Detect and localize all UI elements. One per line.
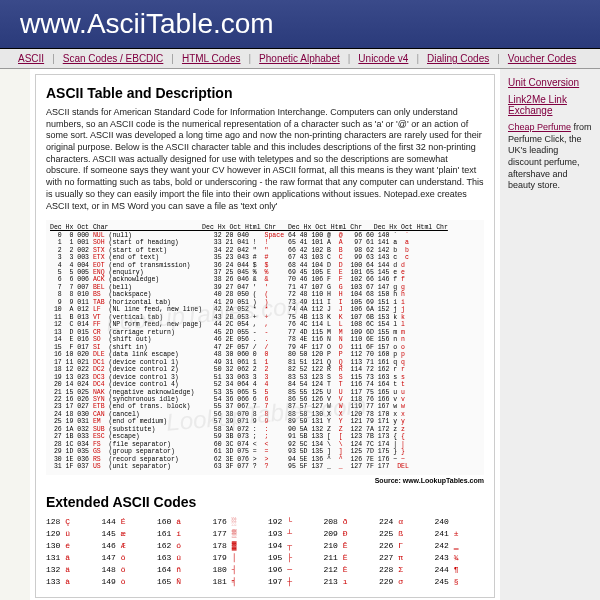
ext-cell: 165 Ñ bbox=[157, 576, 207, 587]
ad-link[interactable]: Cheap Perfume bbox=[508, 122, 571, 132]
ext-cell: 243 ¾ bbox=[435, 552, 485, 563]
ext-cell: 178 ▓ bbox=[213, 540, 263, 551]
ext-cell: 225 ß bbox=[379, 528, 429, 539]
extended-heading: Extended ASCII Codes bbox=[46, 494, 484, 510]
ext-cell: 128 Ç bbox=[46, 516, 96, 527]
ext-cell: 161 í bbox=[157, 528, 207, 539]
main-nav: ASCII|Scan Codes / EBCDIC|HTML Codes|Pho… bbox=[0, 49, 600, 69]
ext-cell: 145 æ bbox=[102, 528, 152, 539]
ext-cell: 197 ┼ bbox=[268, 576, 318, 587]
nav-link-phonetic-alphabet[interactable]: Phonetic Alphabet bbox=[259, 53, 340, 64]
nav-link-dialing-codes[interactable]: Dialing Codes bbox=[427, 53, 489, 64]
nav-link-scan-codes-ebcdic[interactable]: Scan Codes / EBCDIC bbox=[63, 53, 164, 64]
ext-cell: 195 ├ bbox=[268, 552, 318, 563]
ext-cell: 132 ä bbox=[46, 564, 96, 575]
main-content: ASCII Table and Description ASCII stands… bbox=[35, 74, 495, 598]
ext-cell: 229 σ bbox=[379, 576, 429, 587]
ext-cell: 179 │ bbox=[213, 552, 263, 563]
page-heading: ASCII Table and Description bbox=[46, 85, 484, 101]
left-gutter bbox=[0, 69, 30, 600]
ext-cell: 194 ┬ bbox=[268, 540, 318, 551]
ext-cell: 130 é bbox=[46, 540, 96, 551]
ext-cell: 244 ¶ bbox=[435, 564, 485, 575]
table-source: Source: www.LookupTables.com bbox=[46, 477, 484, 484]
ad-text: from Perfume Click, the UK's leading dis… bbox=[508, 122, 592, 190]
nav-link-ascii[interactable]: ASCII bbox=[18, 53, 44, 64]
ext-cell: 180 ┤ bbox=[213, 564, 263, 575]
ext-cell: 208 ð bbox=[324, 516, 374, 527]
nav-link-unicode-v-[interactable]: Unicode v4 bbox=[358, 53, 408, 64]
ext-cell: 196 ─ bbox=[268, 564, 318, 575]
ext-cell: 226 Γ bbox=[379, 540, 429, 551]
nav-link-voucher-codes[interactable]: Voucher Codes bbox=[508, 53, 576, 64]
ext-cell: 211 Ë bbox=[324, 552, 374, 563]
ext-cell: 144 É bbox=[102, 516, 152, 527]
ext-cell: 241 ± bbox=[435, 528, 485, 539]
intro-paragraph: ASCII stands for American Standard Code … bbox=[46, 107, 484, 212]
ext-cell: 193 ┴ bbox=[268, 528, 318, 539]
site-header: www.AsciiTable.com bbox=[0, 0, 600, 49]
sidebar: Unit Conversion Link2Me Link Exchange Ch… bbox=[500, 69, 600, 600]
ext-cell: 133 à bbox=[46, 576, 96, 587]
sidebar-ad: Cheap Perfume from Perfume Click, the UK… bbox=[508, 122, 592, 192]
ext-cell: 227 π bbox=[379, 552, 429, 563]
ext-cell: 146 Æ bbox=[102, 540, 152, 551]
ext-cell: 240 ­ bbox=[435, 516, 485, 527]
ext-cell: 212 È bbox=[324, 564, 374, 575]
ext-cell: 176 ░ bbox=[213, 516, 263, 527]
ext-cell: 245 § bbox=[435, 576, 485, 587]
ext-cell: 213 ı bbox=[324, 576, 374, 587]
ext-cell: 164 ñ bbox=[157, 564, 207, 575]
ext-cell: 129 ü bbox=[46, 528, 96, 539]
sidebar-link-link2me[interactable]: Link2Me Link Exchange bbox=[508, 94, 592, 116]
ascii-table-image: Dec Hx Oct Char Dec Hx Oct Html Chr Dec … bbox=[46, 220, 484, 474]
ext-cell: 210 Ê bbox=[324, 540, 374, 551]
ext-cell: 149 ò bbox=[102, 576, 152, 587]
extended-ascii-grid: 128 Ç144 É160 á176 ░192 └208 ð224 α240 ­… bbox=[46, 516, 484, 587]
ext-cell: 163 ú bbox=[157, 552, 207, 563]
ext-cell: 131 â bbox=[46, 552, 96, 563]
ext-cell: 181 ╡ bbox=[213, 576, 263, 587]
ext-cell: 147 ô bbox=[102, 552, 152, 563]
ext-cell: 209 Ð bbox=[324, 528, 374, 539]
ext-cell: 228 Σ bbox=[379, 564, 429, 575]
ext-cell: 162 ó bbox=[157, 540, 207, 551]
nav-link-html-codes[interactable]: HTML Codes bbox=[182, 53, 241, 64]
site-title: www.AsciiTable.com bbox=[20, 8, 580, 40]
ext-cell: 148 ö bbox=[102, 564, 152, 575]
sidebar-link-unit[interactable]: Unit Conversion bbox=[508, 77, 592, 88]
ext-cell: 242 ‗ bbox=[435, 540, 485, 551]
ext-cell: 160 á bbox=[157, 516, 207, 527]
ext-cell: 224 α bbox=[379, 516, 429, 527]
ext-cell: 192 └ bbox=[268, 516, 318, 527]
ext-cell: 177 ▒ bbox=[213, 528, 263, 539]
